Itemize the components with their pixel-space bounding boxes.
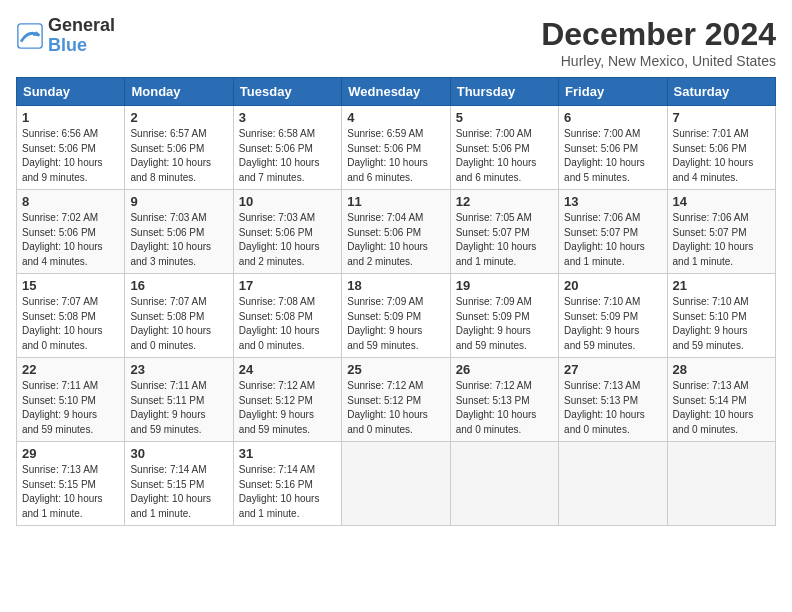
- calendar-day-cell: 18Sunrise: 7:09 AMSunset: 5:09 PMDayligh…: [342, 274, 450, 358]
- calendar-day-cell: 31Sunrise: 7:14 AMSunset: 5:16 PMDayligh…: [233, 442, 341, 526]
- calendar-day-cell: 3Sunrise: 6:58 AMSunset: 5:06 PMDaylight…: [233, 106, 341, 190]
- day-number: 21: [673, 278, 770, 293]
- day-number: 31: [239, 446, 336, 461]
- day-info: Sunrise: 7:12 AMSunset: 5:12 PMDaylight:…: [347, 379, 444, 437]
- day-info: Sunrise: 7:07 AMSunset: 5:08 PMDaylight:…: [130, 295, 227, 353]
- day-info: Sunrise: 7:00 AMSunset: 5:06 PMDaylight:…: [456, 127, 553, 185]
- day-number: 11: [347, 194, 444, 209]
- calendar-day-cell: 19Sunrise: 7:09 AMSunset: 5:09 PMDayligh…: [450, 274, 558, 358]
- calendar-day-cell: 15Sunrise: 7:07 AMSunset: 5:08 PMDayligh…: [17, 274, 125, 358]
- day-number: 29: [22, 446, 119, 461]
- day-number: 25: [347, 362, 444, 377]
- day-number: 14: [673, 194, 770, 209]
- day-number: 19: [456, 278, 553, 293]
- calendar-day-cell: 27Sunrise: 7:13 AMSunset: 5:13 PMDayligh…: [559, 358, 667, 442]
- day-number: 17: [239, 278, 336, 293]
- day-info: Sunrise: 6:58 AMSunset: 5:06 PMDaylight:…: [239, 127, 336, 185]
- weekday-header: Monday: [125, 78, 233, 106]
- page-header: General Blue December 2024 Hurley, New M…: [16, 16, 776, 69]
- day-info: Sunrise: 7:13 AMSunset: 5:14 PMDaylight:…: [673, 379, 770, 437]
- day-info: Sunrise: 7:06 AMSunset: 5:07 PMDaylight:…: [673, 211, 770, 269]
- day-info: Sunrise: 7:10 AMSunset: 5:09 PMDaylight:…: [564, 295, 661, 353]
- day-info: Sunrise: 7:08 AMSunset: 5:08 PMDaylight:…: [239, 295, 336, 353]
- day-number: 7: [673, 110, 770, 125]
- calendar-day-cell: 20Sunrise: 7:10 AMSunset: 5:09 PMDayligh…: [559, 274, 667, 358]
- calendar-day-cell: 2Sunrise: 6:57 AMSunset: 5:06 PMDaylight…: [125, 106, 233, 190]
- calendar-day-cell: 30Sunrise: 7:14 AMSunset: 5:15 PMDayligh…: [125, 442, 233, 526]
- calendar-day-cell: 21Sunrise: 7:10 AMSunset: 5:10 PMDayligh…: [667, 274, 775, 358]
- calendar-day-cell: 17Sunrise: 7:08 AMSunset: 5:08 PMDayligh…: [233, 274, 341, 358]
- logo-line2: Blue: [48, 36, 115, 56]
- day-number: 23: [130, 362, 227, 377]
- calendar-day-cell: 24Sunrise: 7:12 AMSunset: 5:12 PMDayligh…: [233, 358, 341, 442]
- calendar-day-cell: 26Sunrise: 7:12 AMSunset: 5:13 PMDayligh…: [450, 358, 558, 442]
- calendar-day-cell: 7Sunrise: 7:01 AMSunset: 5:06 PMDaylight…: [667, 106, 775, 190]
- day-number: 10: [239, 194, 336, 209]
- calendar-day-cell: [342, 442, 450, 526]
- day-number: 22: [22, 362, 119, 377]
- day-number: 6: [564, 110, 661, 125]
- day-info: Sunrise: 7:14 AMSunset: 5:16 PMDaylight:…: [239, 463, 336, 521]
- day-info: Sunrise: 6:57 AMSunset: 5:06 PMDaylight:…: [130, 127, 227, 185]
- day-number: 28: [673, 362, 770, 377]
- weekday-header: Sunday: [17, 78, 125, 106]
- day-info: Sunrise: 7:11 AMSunset: 5:11 PMDaylight:…: [130, 379, 227, 437]
- day-number: 13: [564, 194, 661, 209]
- day-info: Sunrise: 7:03 AMSunset: 5:06 PMDaylight:…: [130, 211, 227, 269]
- day-info: Sunrise: 7:06 AMSunset: 5:07 PMDaylight:…: [564, 211, 661, 269]
- day-info: Sunrise: 7:13 AMSunset: 5:13 PMDaylight:…: [564, 379, 661, 437]
- day-info: Sunrise: 7:11 AMSunset: 5:10 PMDaylight:…: [22, 379, 119, 437]
- day-info: Sunrise: 7:12 AMSunset: 5:12 PMDaylight:…: [239, 379, 336, 437]
- logo-icon: [16, 22, 44, 50]
- calendar-day-cell: 9Sunrise: 7:03 AMSunset: 5:06 PMDaylight…: [125, 190, 233, 274]
- calendar-day-cell: 22Sunrise: 7:11 AMSunset: 5:10 PMDayligh…: [17, 358, 125, 442]
- day-info: Sunrise: 7:14 AMSunset: 5:15 PMDaylight:…: [130, 463, 227, 521]
- logo-line1: General: [48, 16, 115, 36]
- day-info: Sunrise: 7:10 AMSunset: 5:10 PMDaylight:…: [673, 295, 770, 353]
- day-info: Sunrise: 7:13 AMSunset: 5:15 PMDaylight:…: [22, 463, 119, 521]
- calendar-week-row: 22Sunrise: 7:11 AMSunset: 5:10 PMDayligh…: [17, 358, 776, 442]
- calendar-day-cell: 4Sunrise: 6:59 AMSunset: 5:06 PMDaylight…: [342, 106, 450, 190]
- calendar-week-row: 1Sunrise: 6:56 AMSunset: 5:06 PMDaylight…: [17, 106, 776, 190]
- day-info: Sunrise: 6:59 AMSunset: 5:06 PMDaylight:…: [347, 127, 444, 185]
- day-number: 15: [22, 278, 119, 293]
- weekday-header: Tuesday: [233, 78, 341, 106]
- day-number: 24: [239, 362, 336, 377]
- day-info: Sunrise: 7:03 AMSunset: 5:06 PMDaylight:…: [239, 211, 336, 269]
- calendar-day-cell: 6Sunrise: 7:00 AMSunset: 5:06 PMDaylight…: [559, 106, 667, 190]
- day-number: 20: [564, 278, 661, 293]
- calendar-day-cell: 28Sunrise: 7:13 AMSunset: 5:14 PMDayligh…: [667, 358, 775, 442]
- weekday-header: Friday: [559, 78, 667, 106]
- day-info: Sunrise: 7:01 AMSunset: 5:06 PMDaylight:…: [673, 127, 770, 185]
- calendar-day-cell: 11Sunrise: 7:04 AMSunset: 5:06 PMDayligh…: [342, 190, 450, 274]
- calendar-day-cell: [559, 442, 667, 526]
- day-number: 2: [130, 110, 227, 125]
- day-number: 8: [22, 194, 119, 209]
- calendar-day-cell: 5Sunrise: 7:00 AMSunset: 5:06 PMDaylight…: [450, 106, 558, 190]
- calendar-day-cell: 14Sunrise: 7:06 AMSunset: 5:07 PMDayligh…: [667, 190, 775, 274]
- calendar-week-row: 15Sunrise: 7:07 AMSunset: 5:08 PMDayligh…: [17, 274, 776, 358]
- calendar-day-cell: [667, 442, 775, 526]
- calendar-table: SundayMondayTuesdayWednesdayThursdayFrid…: [16, 77, 776, 526]
- day-info: Sunrise: 7:09 AMSunset: 5:09 PMDaylight:…: [347, 295, 444, 353]
- day-info: Sunrise: 7:04 AMSunset: 5:06 PMDaylight:…: [347, 211, 444, 269]
- calendar-day-cell: 23Sunrise: 7:11 AMSunset: 5:11 PMDayligh…: [125, 358, 233, 442]
- calendar-day-cell: 1Sunrise: 6:56 AMSunset: 5:06 PMDaylight…: [17, 106, 125, 190]
- day-info: Sunrise: 7:00 AMSunset: 5:06 PMDaylight:…: [564, 127, 661, 185]
- day-info: Sunrise: 7:02 AMSunset: 5:06 PMDaylight:…: [22, 211, 119, 269]
- weekday-header-row: SundayMondayTuesdayWednesdayThursdayFrid…: [17, 78, 776, 106]
- weekday-header: Thursday: [450, 78, 558, 106]
- calendar-week-row: 29Sunrise: 7:13 AMSunset: 5:15 PMDayligh…: [17, 442, 776, 526]
- day-info: Sunrise: 6:56 AMSunset: 5:06 PMDaylight:…: [22, 127, 119, 185]
- day-number: 16: [130, 278, 227, 293]
- day-number: 1: [22, 110, 119, 125]
- day-number: 3: [239, 110, 336, 125]
- calendar-day-cell: 29Sunrise: 7:13 AMSunset: 5:15 PMDayligh…: [17, 442, 125, 526]
- location: Hurley, New Mexico, United States: [541, 53, 776, 69]
- calendar-day-cell: 25Sunrise: 7:12 AMSunset: 5:12 PMDayligh…: [342, 358, 450, 442]
- day-number: 9: [130, 194, 227, 209]
- day-info: Sunrise: 7:12 AMSunset: 5:13 PMDaylight:…: [456, 379, 553, 437]
- calendar-day-cell: [450, 442, 558, 526]
- day-number: 12: [456, 194, 553, 209]
- day-info: Sunrise: 7:05 AMSunset: 5:07 PMDaylight:…: [456, 211, 553, 269]
